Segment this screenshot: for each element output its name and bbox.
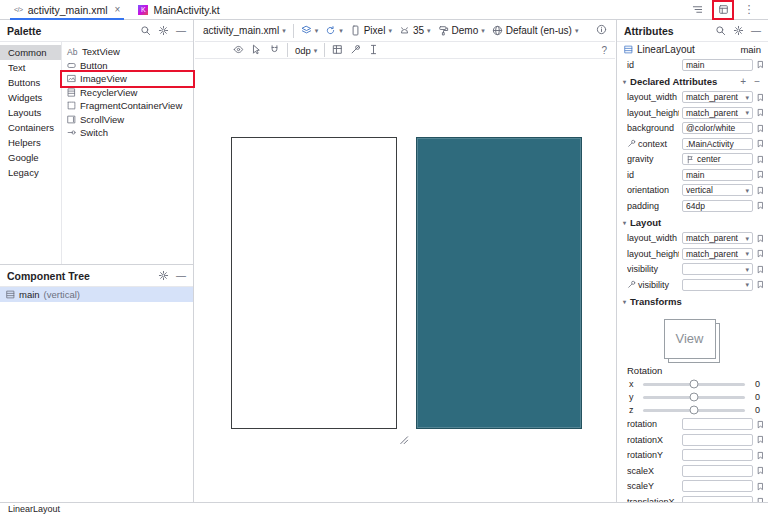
pick-resource-icon[interactable]	[756, 451, 764, 460]
palette-settings-icon[interactable]	[158, 22, 169, 40]
blueprint-canvas[interactable]	[416, 137, 582, 429]
attribute-value-field[interactable]: match_parent ▾	[682, 232, 753, 244]
orientation-selector[interactable]: ▾	[325, 25, 343, 36]
pick-resource-icon[interactable]	[756, 108, 764, 117]
attribute-value-field[interactable]: match_parent ▾	[682, 107, 753, 119]
palette-category-buttons[interactable]: Buttons	[0, 75, 61, 90]
slider-track[interactable]	[643, 383, 745, 386]
issues-info-icon[interactable]	[596, 24, 607, 37]
pick-resource-icon[interactable]	[756, 124, 764, 133]
chevron-down-icon[interactable]: ▾	[745, 235, 749, 242]
slider-track[interactable]	[643, 396, 745, 399]
palette-category-containers[interactable]: Containers	[0, 120, 61, 135]
palette-category-text[interactable]: Text	[0, 60, 61, 75]
component-tree-minimize-icon[interactable]: —	[176, 271, 186, 281]
attribute-value-field[interactable]	[682, 434, 753, 446]
chevron-down-icon[interactable]: ▾	[745, 266, 749, 273]
pick-resource-icon[interactable]	[756, 234, 764, 243]
pick-resource-icon[interactable]	[756, 280, 764, 289]
attribute-value-field[interactable]: @color/white	[682, 122, 753, 134]
pick-resource-icon[interactable]	[756, 265, 764, 274]
attribute-value-field[interactable]: vertical ▾	[682, 184, 753, 196]
palette-item-switch[interactable]: Switch	[62, 126, 193, 140]
pick-resource-icon[interactable]	[756, 60, 764, 69]
attribute-value-field[interactable]: .MainActivity	[682, 138, 753, 150]
pick-resource-icon[interactable]	[756, 482, 764, 491]
attribute-value-field[interactable]	[682, 418, 753, 430]
theme-selector[interactable]: Demo ▾	[438, 25, 485, 36]
slider-track[interactable]	[643, 409, 745, 412]
chevron-down-icon[interactable]: ▾	[745, 109, 749, 116]
attribute-value-field[interactable]: ▾	[682, 263, 753, 275]
slider-thumb[interactable]	[690, 380, 699, 389]
palette-category-widgets[interactable]: Widgets	[0, 90, 61, 105]
slider-thumb[interactable]	[690, 406, 699, 415]
canvas-resize-handle[interactable]	[398, 431, 408, 441]
locale-selector[interactable]: Default (en-us) ▾	[492, 25, 579, 36]
help-icon[interactable]: ?	[601, 45, 607, 56]
infer-constraints-icon[interactable]	[368, 44, 379, 57]
more-options-icon[interactable]: ⋮	[740, 2, 758, 18]
attributes-minimize-icon[interactable]: —	[751, 26, 761, 36]
palette-item-textview[interactable]: Ab TextView	[62, 45, 193, 59]
section-layout[interactable]: ▾ Layout	[617, 214, 768, 231]
pick-resource-icon[interactable]	[756, 435, 764, 444]
design-surface[interactable]	[195, 59, 615, 502]
pick-resource-icon[interactable]	[756, 186, 764, 195]
pick-resource-icon[interactable]	[756, 420, 764, 429]
attribute-value-field[interactable]: match_parent ▾	[682, 91, 753, 103]
chevron-down-icon[interactable]: ▾	[745, 250, 749, 257]
tab-activity-main-xml[interactable]: </> activity_main.xml ×	[6, 0, 128, 20]
pick-resource-icon[interactable]	[756, 155, 764, 164]
tab-mainactivity-kt[interactable]: K MainActivity.kt	[130, 0, 227, 20]
view-options-icon[interactable]	[233, 44, 244, 57]
palette-category-google[interactable]: Google	[0, 150, 61, 165]
attribute-value-field[interactable]: 64dp	[682, 200, 753, 212]
attribute-value-field[interactable]	[682, 480, 753, 492]
palette-search-icon[interactable]	[140, 22, 151, 40]
palette-category-layouts[interactable]: Layouts	[0, 105, 61, 120]
guidelines-icon[interactable]	[332, 44, 343, 57]
file-chip[interactable]: activity_main.xml ▾	[203, 25, 286, 36]
pick-resource-icon[interactable]	[756, 201, 764, 210]
close-tab-icon[interactable]: ×	[113, 4, 121, 15]
slider-thumb[interactable]	[690, 393, 699, 402]
palette-item-recyclerview[interactable]: RecyclerView	[62, 86, 193, 100]
clear-constraints-icon[interactable]	[350, 44, 361, 57]
component-tree-item-main[interactable]: main (vertical)	[0, 287, 193, 302]
default-margins-selector[interactable]: 0dp ▾	[295, 45, 317, 56]
palette-item-scrollview[interactable]: ScrollView	[62, 113, 193, 127]
api-selector[interactable]: 35 ▾	[399, 25, 431, 36]
attribute-value-field[interactable]	[682, 449, 753, 461]
palette-item-button[interactable]: Button	[62, 59, 193, 73]
section-transforms[interactable]: ▾ Transforms	[617, 293, 768, 310]
pick-resource-icon[interactable]	[756, 466, 764, 475]
design-canvas[interactable]	[231, 137, 397, 429]
attribute-value-field[interactable]: ▾	[682, 279, 753, 291]
chevron-down-icon[interactable]: ▾	[745, 94, 749, 101]
palette-minimize-icon[interactable]: —	[176, 26, 186, 36]
attribute-value-field[interactable]: main	[682, 169, 753, 181]
attribute-value-field[interactable]: match_parent ▾	[682, 248, 753, 260]
id-value-field[interactable]: main	[682, 59, 753, 71]
palette-category-common[interactable]: Common	[0, 45, 61, 60]
palette-category-helpers[interactable]: Helpers	[0, 135, 61, 150]
palette-item-fragmentcontainerview[interactable]: FragmentContainerView	[62, 99, 193, 113]
chevron-down-icon[interactable]: ▾	[745, 187, 749, 194]
device-selector[interactable]: Pixel ▾	[350, 25, 392, 36]
pick-resource-icon[interactable]	[756, 170, 764, 179]
attribute-value-field[interactable]: center	[682, 153, 753, 165]
section-declared-attributes[interactable]: ▾ Declared Attributes + −	[617, 73, 768, 90]
component-tree-settings-icon[interactable]	[158, 267, 169, 285]
add-attribute-icon[interactable]: +	[738, 76, 748, 87]
pick-resource-icon[interactable]	[756, 93, 764, 102]
breadcrumb[interactable]: LinearLayout	[8, 504, 60, 514]
select-pointer-icon[interactable]	[251, 44, 262, 57]
pick-resource-icon[interactable]	[756, 249, 764, 258]
magnet-autoconnect-icon[interactable]	[269, 44, 280, 57]
chevron-down-icon[interactable]: ▾	[745, 281, 749, 288]
design-surface-selector[interactable]: ▾	[301, 25, 319, 36]
palette-item-imageview[interactable]: ImageView	[62, 72, 193, 86]
structure-icon[interactable]	[688, 2, 706, 18]
attributes-search-icon[interactable]	[715, 22, 726, 40]
